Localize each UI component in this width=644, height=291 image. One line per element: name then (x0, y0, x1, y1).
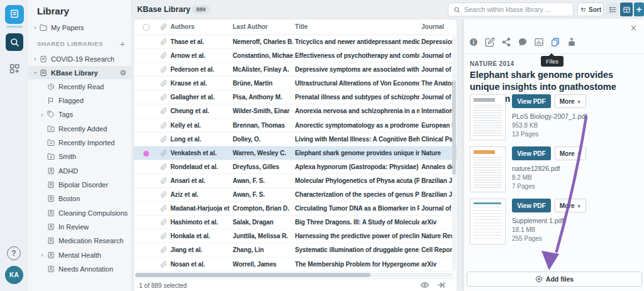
vertical-scrollbar[interactable] (452, 36, 456, 270)
files-icon[interactable] (550, 36, 560, 47)
sort-button[interactable]: Sort (577, 3, 604, 16)
question-icon: ? (11, 249, 16, 258)
more-button[interactable]: More ▼ (555, 146, 586, 160)
tag-icon (47, 111, 55, 118)
sidebar-item-recently-read[interactable]: Recently Read (28, 80, 132, 93)
cell-journal: European Eat (421, 122, 454, 129)
file-size: 953.8 KB (512, 122, 538, 129)
column-header-title[interactable]: Title (295, 23, 308, 30)
table-row[interactable]: Venkatesh et al.Warren, Wesley C.Elephan… (134, 146, 457, 160)
comment-icon[interactable] (517, 36, 528, 47)
sidebar-item-boston[interactable]: Boston (28, 192, 132, 206)
add-files-button[interactable]: Add files (467, 272, 642, 287)
cell-title: Prenatal illness and subtypes of schizop… (295, 94, 419, 101)
eye-icon[interactable] (421, 281, 429, 289)
table-row[interactable]: Arnow et al.Constantino, Michael J.Effec… (134, 49, 457, 63)
sidebar-item-label: Mental Health (58, 251, 101, 259)
cell-last-author: McAlister, Finlay A. (233, 66, 293, 73)
table-row[interactable]: Honkala et al.Junttila, Melissa R.Harnes… (134, 229, 457, 243)
view-pdf-button[interactable]: View PDF (512, 146, 551, 160)
cell-journal: Annales de Li (421, 163, 454, 170)
more-button[interactable]: More ▼ (555, 94, 586, 108)
stats-icon[interactable] (533, 36, 544, 47)
gear-icon[interactable]: ⚙ (119, 69, 126, 77)
table-row[interactable]: Ansari et al.Awan, F. S.Molecular Phylog… (134, 174, 457, 188)
table-row[interactable]: Kelly et al.Brennan, ThomasAnorectic sym… (134, 119, 457, 133)
sidebar-item-recently-imported[interactable]: Recently Imported (28, 136, 132, 149)
file-name[interactable]: PLoS Biology-2007_1.pdf (512, 113, 587, 120)
column-header-last-author[interactable]: Last Author (233, 23, 268, 30)
sidebar-item-in-review[interactable]: In Review (28, 221, 132, 234)
apps-grid-button[interactable] (7, 61, 22, 76)
help-button[interactable]: ? (7, 246, 21, 260)
cell-authors: Jiang et al. (170, 246, 231, 253)
search-input[interactable] (464, 6, 568, 13)
table-row[interactable]: Jiang et al.Zhang, LinSystematic illumin… (134, 243, 457, 257)
sidebar-item-bipolar-disorder[interactable]: Bipolar Disorder (28, 178, 132, 191)
table-row[interactable]: Krause et al.Brüne, MartinUltrastructura… (134, 77, 457, 91)
horizontal-scrollbar-thumb[interactable] (135, 273, 370, 277)
add-shared-library-button[interactable]: + (119, 38, 125, 49)
vertical-scrollbar-thumb[interactable] (452, 80, 456, 175)
edit-icon[interactable] (484, 36, 495, 47)
cell-authors: Thase et al. (170, 38, 231, 45)
table-row[interactable]: Gallagher et al.Pisa, Anthony M.Prenatal… (134, 91, 457, 104)
view-pdf-button[interactable]: View PDF (512, 94, 551, 108)
table-row[interactable]: Thase et al.Nemeroff, Charles B.Tricycli… (134, 35, 457, 49)
cell-last-author: Worrell, James (233, 261, 293, 268)
pdf-thumbnail[interactable] (470, 199, 506, 244)
sidebar-item-smith[interactable]: Smith (28, 150, 132, 163)
column-header-authors[interactable]: Authors (170, 23, 194, 30)
sidebar-item-kbase-library[interactable]: › KBase Library ⚙ (28, 66, 132, 79)
sidebar-item-mental-health[interactable]: ›Mental Health (28, 248, 132, 261)
view-pdf-button[interactable]: View PDF (512, 199, 551, 212)
sidebar-item-tags[interactable]: ›Tags (28, 108, 132, 121)
export-icon[interactable] (566, 36, 577, 47)
list-view-toggle[interactable] (606, 3, 619, 16)
paperclip-column-icon[interactable] (160, 23, 167, 30)
column-header-journal[interactable]: Journal (421, 23, 444, 30)
file-name[interactable]: Supplement 1.pdf (512, 217, 564, 224)
pdf-thumbnail[interactable] (470, 94, 506, 140)
library-nav-button[interactable] (5, 5, 24, 24)
table-view-toggle[interactable] (620, 3, 633, 16)
sidebar-item-covid-library[interactable]: › COVID-19 Research (28, 52, 132, 65)
table-row[interactable]: Pederson et al.McAlister, Finlay A.Depre… (134, 63, 457, 77)
user-avatar[interactable]: KA (5, 266, 23, 284)
table-row[interactable]: Cheung et al.Wilder-Smith, EinarAnorexia… (134, 104, 457, 118)
select-all-checkbox[interactable] (143, 24, 150, 31)
collection-tab-title[interactable]: KBase Library (137, 5, 191, 14)
cell-title: Elephant shark genome provides unique in… (295, 150, 419, 156)
global-search-button[interactable] (6, 33, 23, 51)
pdf-thumbnail[interactable] (470, 146, 506, 192)
sidebar-item-label: Bipolar Disorder (58, 181, 108, 189)
paperclip-icon (160, 219, 167, 226)
table-row[interactable]: Aziz et al.Awan, F. S.Characterization o… (134, 188, 457, 202)
sidebar-item-adhd[interactable]: ADHD (28, 164, 132, 177)
more-button[interactable]: More ▼ (555, 199, 586, 212)
sidebar-item-cleaning-compulsions[interactable]: Cleaning Compulsions (28, 206, 132, 219)
sidebar-item-needs-annotation[interactable]: Needs Annotation (28, 263, 132, 276)
library-search (448, 3, 574, 16)
skip-to-end-icon[interactable] (437, 281, 445, 289)
file-name[interactable]: nature12826.pdf (512, 165, 560, 172)
share-icon[interactable] (501, 36, 511, 47)
detail-toolbar (468, 36, 577, 47)
horizontal-scrollbar[interactable] (135, 273, 453, 277)
table-row[interactable]: Long et al.Dolley, O.Living with Mental … (134, 133, 457, 146)
info-icon[interactable] (468, 36, 479, 47)
close-icon[interactable]: × (631, 23, 636, 34)
book-icon (9, 9, 20, 20)
sidebar-item-my-papers[interactable]: › My Papers (28, 21, 132, 34)
color-label-dot[interactable] (143, 151, 149, 156)
sidebar-item-flagged[interactable]: Flagged (28, 94, 132, 107)
add-reference-button[interactable]: + (634, 3, 644, 16)
table-row[interactable]: Nosan et al.Worrell, JamesThe Membership… (134, 258, 457, 272)
table-row[interactable]: Madanat-Harjuoja et al.Crompton, Brian D… (134, 202, 457, 216)
table-row[interactable]: Hashimoto et al.Salak, DraganBig Three D… (134, 216, 457, 229)
table-row[interactable]: Rondelaud et al.Dreyfuss, GillesAplexa h… (134, 160, 457, 174)
references-table: Authors Last Author Title Journal Thase … (134, 19, 457, 291)
sidebar-item-medication-research[interactable]: Medication Research (28, 234, 132, 248)
cell-last-author: Warren, Wesley C. (233, 150, 293, 156)
sidebar-item-recently-added[interactable]: Recently Added (28, 122, 132, 135)
